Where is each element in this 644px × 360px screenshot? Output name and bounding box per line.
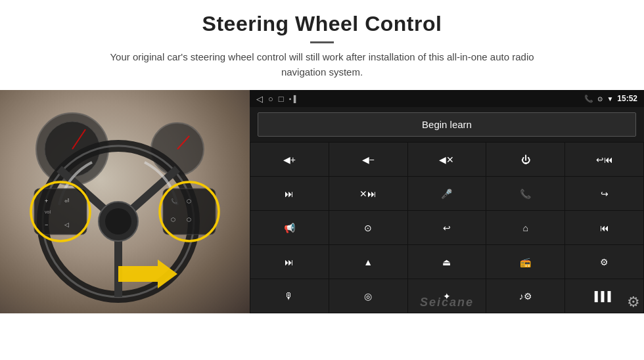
svg-text:⬡: ⬡ <box>171 217 175 223</box>
home-nav-icon[interactable]: ○ <box>268 94 273 104</box>
svg-rect-13 <box>34 189 87 235</box>
grid-cell-mic2[interactable]: 🎙 <box>250 279 329 313</box>
hang-up-icon: ↪ <box>601 189 609 198</box>
music-settings-icon: ♪⚙ <box>519 292 532 301</box>
car-image-panel: + vol ⏎ − ◁ 📞 ⬡ ⬡ ⬡ <box>0 90 250 313</box>
recents-nav-icon[interactable]: □ <box>279 94 284 104</box>
grid-cell-skip-fwd[interactable]: ⏭ <box>250 245 329 279</box>
grid-cell-speaker[interactable]: 📢 <box>250 211 329 244</box>
content-row: + vol ⏎ − ◁ 📞 ⬡ ⬡ ⬡ <box>0 90 644 360</box>
grid-cell-skip-next[interactable]: ⏭ <box>250 177 329 210</box>
grid-cell-radio[interactable]: 📻 <box>486 245 564 279</box>
svg-text:vol: vol <box>45 210 51 214</box>
header-section: Steering Wheel Control Your original car… <box>0 0 644 86</box>
svg-text:−: − <box>45 221 48 228</box>
page-title: Steering Wheel Control <box>26 12 618 36</box>
grid-cell-mic[interactable]: 🎤 <box>408 177 486 210</box>
grid-cell-bluetooth[interactable]: ✦ <box>408 279 486 313</box>
subtitle: Your original car's steering wheel contr… <box>92 50 552 79</box>
equalizer-icon: ⚙ <box>600 258 609 267</box>
360-cam-icon: ⊙ <box>364 223 372 233</box>
grid-cell-ff-skip[interactable]: ✕⏭ <box>329 177 407 210</box>
status-bar: ◁ ○ □ ▪▐ 📞 ⊙ ▼ 15:52 <box>250 90 644 107</box>
grid-cell-back-nav[interactable]: ↩ <box>408 211 486 244</box>
location-icon: ⊙ <box>597 95 603 102</box>
svg-text:◁: ◁ <box>64 221 69 228</box>
back-nav-icon: ↩ <box>443 223 451 233</box>
title-divider <box>310 41 334 43</box>
grid-cell-rewind[interactable]: ⏮ <box>565 211 643 244</box>
bluetooth-icon: ✦ <box>443 292 451 301</box>
phone-call-prev-icon: ↩⏮ <box>596 155 613 164</box>
navigate-icon: ▲ <box>363 258 373 267</box>
svg-text:+: + <box>45 198 48 204</box>
status-time: 15:52 <box>617 94 637 103</box>
skip-next-icon: ⏭ <box>285 189 294 198</box>
sim-icon: ▪▐ <box>289 95 296 102</box>
icon-grid: ◀+◀−◀✕⏻↩⏮⏭✕⏭🎤📞↪📢⊙↩⌂⏮⏭▲⏏📻⚙🎙◎✦♪⚙▌▌▌ <box>250 142 644 313</box>
svg-text:⬡: ⬡ <box>187 217 191 223</box>
grid-cell-music-settings[interactable]: ♪⚙ <box>486 279 564 313</box>
settings-gear-icon[interactable]: ⚙ <box>627 294 640 311</box>
mic-icon: 🎤 <box>441 189 452 198</box>
spectrum-icon: ▌▌▌ <box>595 292 614 301</box>
grid-cell-settings2[interactable]: ◎ <box>329 279 407 313</box>
grid-cell-vol-down[interactable]: ◀− <box>329 143 407 176</box>
steering-wheel-svg: + vol ⏎ − ◁ 📞 ⬡ ⬡ ⬡ <box>7 97 243 307</box>
grid-cell-phone-call-prev[interactable]: ↩⏮ <box>565 143 643 176</box>
radio-icon: 📻 <box>520 258 531 267</box>
grid-cell-mute[interactable]: ◀✕ <box>408 143 486 176</box>
svg-text:📞: 📞 <box>171 198 177 204</box>
vol-up-icon: ◀+ <box>283 155 296 164</box>
grid-cell-360-cam[interactable]: ⊙ <box>329 211 407 244</box>
svg-rect-19 <box>163 189 216 235</box>
settings2-icon: ◎ <box>364 292 372 301</box>
wifi-icon: ▼ <box>607 95 613 102</box>
skip-fwd-icon: ⏭ <box>285 258 294 267</box>
home-nav-icon: ⌂ <box>523 223 528 233</box>
rewind-icon: ⏮ <box>600 223 609 233</box>
grid-cell-navigate[interactable]: ▲ <box>329 245 407 279</box>
status-left: ◁ ○ □ ▪▐ <box>256 94 296 104</box>
ff-skip-icon: ✕⏭ <box>359 189 377 198</box>
grid-cell-phone[interactable]: 📞 <box>486 177 564 210</box>
vol-down-icon: ◀− <box>362 155 375 164</box>
mic2-icon: 🎙 <box>285 292 294 301</box>
grid-cell-home-nav[interactable]: ⌂ <box>486 211 564 244</box>
phone-icon: 📞 <box>520 189 531 198</box>
grid-cell-eject[interactable]: ⏏ <box>408 245 486 279</box>
grid-cell-equalizer[interactable]: ⚙ <box>565 245 643 279</box>
svg-text:⬡: ⬡ <box>187 198 191 204</box>
page-container: Steering Wheel Control Your original car… <box>0 0 644 360</box>
svg-text:⏎: ⏎ <box>64 198 70 204</box>
begin-learn-row: Begin learn <box>250 107 644 142</box>
speaker-icon: 📢 <box>284 223 295 233</box>
status-right: 📞 ⊙ ▼ 15:52 <box>584 94 637 103</box>
power-icon: ⏻ <box>521 155 530 164</box>
back-nav-icon[interactable]: ◁ <box>256 94 263 104</box>
grid-cell-power[interactable]: ⏻ <box>486 143 564 176</box>
svg-point-12 <box>105 208 131 235</box>
head-unit-panel: ◁ ○ □ ▪▐ 📞 ⊙ ▼ 15:52 Begin learn ◀+◀−◀✕⏻… <box>250 90 644 313</box>
grid-cell-vol-up[interactable]: ◀+ <box>250 143 329 176</box>
begin-learn-button[interactable]: Begin learn <box>258 112 636 137</box>
phone-status-icon: 📞 <box>584 95 593 103</box>
mute-icon: ◀✕ <box>439 155 454 164</box>
grid-cell-hang-up[interactable]: ↪ <box>565 177 643 210</box>
eject-icon: ⏏ <box>442 258 451 267</box>
